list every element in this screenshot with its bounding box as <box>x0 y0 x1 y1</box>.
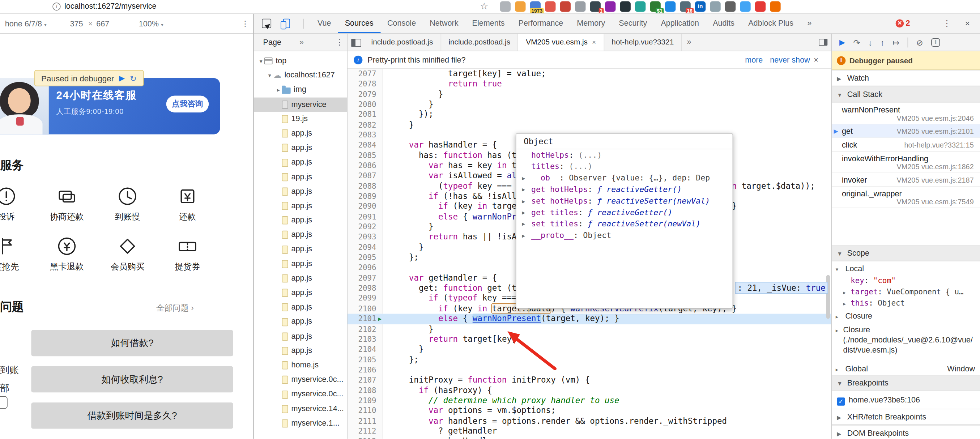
tab-close-icon[interactable]: × <box>592 38 596 46</box>
expand-arrow-icon[interactable]: ▶ <box>522 172 525 184</box>
file-tree-item-top[interactable]: ▾top <box>254 54 347 68</box>
toggle-navigator-icon[interactable] <box>347 33 364 51</box>
line-number[interactable]: 2105 <box>347 355 377 365</box>
file-tree-item-img[interactable]: ▸img <box>254 83 347 97</box>
file-tree-item-app.js[interactable]: app.js <box>254 344 347 358</box>
file-tree-item-app.js[interactable]: app.js <box>254 271 347 286</box>
line-number[interactable]: 2084 <box>347 140 377 150</box>
service-item-label[interactable]: 还款 <box>158 211 218 223</box>
file-tree-item-app.js[interactable]: app.js <box>254 242 347 257</box>
page-info-icon[interactable]: i <box>52 3 60 11</box>
scope-closure2-header[interactable]: ▸ Closure (./node_modules/_vue@2.6.10@vu… <box>832 325 980 355</box>
flag-icon[interactable] <box>0 235 18 258</box>
line-number[interactable]: 2077 <box>347 69 377 79</box>
file-tree-item-app.js[interactable]: app.js <box>254 155 347 170</box>
faq-item[interactable]: 借款到账时间是多久? <box>31 402 233 429</box>
service-item-label[interactable]: 协商还款 <box>37 211 97 223</box>
device-width-field[interactable]: 375 <box>70 14 83 33</box>
scope-closure-header[interactable]: ▸ Closure <box>832 310 980 323</box>
scope-variable-this[interactable]: ▸this: Object <box>832 297 980 309</box>
call-stack-frame[interactable]: invokerVM205 vue.esm.js:2187 <box>832 173 980 187</box>
step-out-button[interactable]: ↑ <box>881 38 885 48</box>
browser-extension-icon[interactable] <box>740 1 750 11</box>
devtools-tab-network[interactable]: Network <box>423 14 465 33</box>
file-tree-item-app.js[interactable]: app.js <box>254 184 347 199</box>
customer-service-banner[interactable]: 24小时在线客服 人工服务9:00-19:00 点我咨询 <box>0 78 220 135</box>
line-number[interactable]: 2082 <box>347 120 377 130</box>
devtools-tab-memory[interactable]: Memory <box>570 14 612 33</box>
file-tree-item-app.js[interactable]: app.js <box>254 300 347 315</box>
scope-variable-target[interactable]: ▸target: VueComponent {_u… <box>832 286 980 297</box>
browser-extension-icon[interactable] <box>665 1 676 11</box>
browser-extension-icon[interactable]: 1973 <box>530 1 541 11</box>
devtools-menu-icon[interactable]: ⋮ <box>942 18 951 28</box>
devtools-tab-elements[interactable]: Elements <box>465 14 511 33</box>
call-stack-frame[interactable]: ▶getVM205 vue.esm.js:2101 <box>832 124 980 138</box>
console-error-badge[interactable]: ✕ 2 <box>896 19 910 27</box>
call-stack-section-header[interactable]: ▼ Call Stack <box>832 86 980 103</box>
browser-extension-icon[interactable] <box>500 1 511 11</box>
file-tree-item-app.js[interactable]: app.js <box>254 257 347 271</box>
toggle-debugger-sidebar-icon[interactable] <box>819 39 827 46</box>
browser-extension-icon[interactable] <box>560 1 571 11</box>
editor-tab[interactable]: include.postload.js <box>364 33 441 51</box>
devtools-close-icon[interactable]: × <box>965 18 970 28</box>
line-number[interactable]: 2094 <box>347 242 377 253</box>
devtools-tab-performance[interactable]: Performance <box>512 14 570 33</box>
refund-icon[interactable] <box>56 235 78 258</box>
line-number[interactable]: 2096 <box>347 263 377 273</box>
devtools-tab-application[interactable]: Application <box>654 14 706 33</box>
devtools-tab-audits[interactable]: Audits <box>706 14 741 33</box>
file-tree-item-app.js[interactable]: app.js <box>254 286 347 300</box>
line-number[interactable]: 2097 <box>347 273 377 283</box>
browser-extension-icon[interactable] <box>545 1 555 11</box>
file-tree-item-app.js[interactable]: app.js <box>254 315 347 329</box>
all-questions-link[interactable]: 全部问题 › <box>156 302 194 313</box>
pause-on-exceptions-button[interactable]: ‖ <box>931 38 940 47</box>
watch-section-header[interactable]: ▶ Watch <box>832 70 980 86</box>
browser-extension-icon[interactable] <box>515 1 525 11</box>
popover-property-row[interactable]: ▶get titles: ƒ reactiveGetter() <box>516 207 733 218</box>
line-number[interactable]: 2110 <box>347 406 377 416</box>
editor-tab[interactable]: hot-help.vue?3321 <box>604 33 682 51</box>
line-number[interactable]: 2111 <box>347 416 377 426</box>
line-number[interactable]: 2112 <box>347 426 377 436</box>
expand-arrow-icon[interactable]: ▸ <box>843 287 851 297</box>
infobar-more-link[interactable]: more <box>745 51 763 69</box>
line-number[interactable]: 2102 <box>347 324 377 334</box>
popover-property-row[interactable]: ▶set hotHelps: ƒ reactiveSetter(newVal) <box>516 195 733 207</box>
consult-button[interactable]: 点我咨询 <box>166 95 209 113</box>
code-area[interactable]: 2077 target[key] = value;2078 return tru… <box>347 69 831 439</box>
device-model-select[interactable]: hone 6/7/8 ▾ <box>5 14 47 35</box>
service-item-label[interactable]: 黑卡退款 <box>37 261 97 272</box>
editor-tab[interactable]: VM205 vue.esm.js× <box>519 33 604 51</box>
faq-item[interactable]: 如何收取利息? <box>31 366 233 393</box>
file-tree-item-myservice.0c...[interactable]: myservice.0c... <box>254 372 347 387</box>
file-tree-item-myservice.14...[interactable]: myservice.14... <box>254 401 347 416</box>
expand-arrow-icon[interactable]: ▶ <box>522 195 525 207</box>
address-bar-url[interactable]: localhost:16272/myservice <box>64 2 157 11</box>
overlay-resume-icon[interactable]: ▶ <box>119 74 125 83</box>
infobar-close-icon[interactable]: × <box>814 51 818 69</box>
call-stack-frame[interactable]: warnNonPresentVM205 vue.esm.js:2046 <box>832 103 980 124</box>
more-tools-icon[interactable]: » <box>800 14 818 33</box>
navigator-tab-page[interactable]: Page <box>263 33 282 51</box>
service-item-label[interactable]: 提货券 <box>158 261 218 272</box>
line-number[interactable]: 2104 <box>347 345 377 355</box>
file-tree-item-home.js[interactable]: home.js <box>254 358 347 372</box>
line-number[interactable]: 2087 <box>347 171 377 181</box>
line-number[interactable]: 2081 <box>347 110 377 120</box>
browser-extension-icon[interactable]: in <box>695 1 706 11</box>
browser-extension-icon[interactable] <box>755 1 765 11</box>
browser-extension-icon[interactable] <box>575 1 585 11</box>
file-tree-item-app.js[interactable]: app.js <box>254 228 347 242</box>
sidebar-splitter[interactable] <box>831 33 832 439</box>
cardyen-icon[interactable] <box>176 185 199 208</box>
faq-category-tab[interactable]: 到账 <box>0 364 19 377</box>
dom-breakpoints-header[interactable]: ▶ DOM Breakpoints <box>832 425 980 439</box>
browser-extension-icon[interactable] <box>725 1 735 11</box>
line-number[interactable]: 2098 <box>347 283 377 293</box>
popover-property-row[interactable]: ▶get hotHelps: ƒ reactiveGetter() <box>516 184 733 195</box>
popover-property-row[interactable]: ▶set titles: ƒ reactiveSetter(newVal) <box>516 218 733 230</box>
step-button[interactable]: ↦ <box>892 38 899 48</box>
